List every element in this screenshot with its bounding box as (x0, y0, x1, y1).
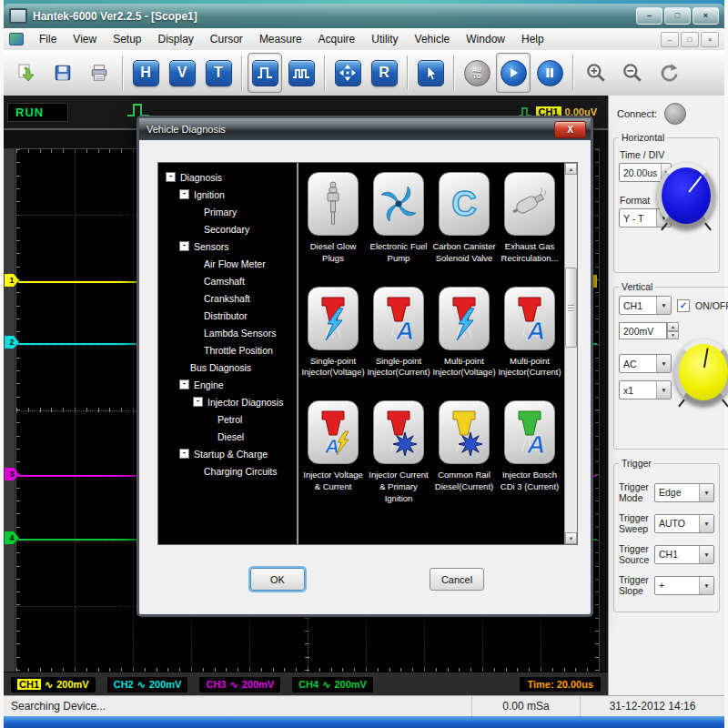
diag-item-single-point-injector-voltage[interactable]: Single-point Injector(Voltage) (300, 287, 366, 379)
collapse-icon[interactable]: - (179, 449, 189, 459)
collapse-icon[interactable]: - (193, 397, 203, 407)
print-button[interactable] (82, 53, 116, 93)
trigger-mode-select[interactable]: Edge▼ (654, 483, 714, 502)
tree-item-bus-diagnosis[interactable]: Bus Diagnosis (160, 359, 295, 376)
diag-item-multi-point-injector-current[interactable]: AMulti-point Injector(Current) (497, 287, 562, 379)
menu-item-window[interactable]: Window (458, 30, 513, 48)
tree-item-secondary[interactable]: Secondary (160, 220, 295, 238)
save-button[interactable] (46, 53, 80, 93)
tree-item-charging-circuits[interactable]: Charging Circuits (160, 462, 295, 480)
tree-item-startup-charge[interactable]: -Startup & Charge (160, 445, 295, 462)
zoom-out-button[interactable] (615, 53, 650, 93)
cursor-button[interactable] (413, 53, 448, 93)
tree-item-lambda-sensors[interactable]: Lambda Sensors (160, 324, 295, 341)
tree-item-petrol[interactable]: Petrol (160, 410, 295, 428)
tree-item-crankshaft[interactable]: Crankshaft (160, 289, 295, 307)
collapse-icon[interactable]: - (179, 241, 189, 251)
chevron-down-icon: ▼ (699, 484, 713, 501)
menu-items: FileViewSetupDisplayCursorMeasureAcquire… (31, 30, 552, 48)
tree-item-air-flow-meter[interactable]: Air Flow Meter (160, 255, 295, 272)
maximize-icon[interactable]: □ (664, 7, 691, 25)
channel-readout-ch3[interactable]: CH3∿200mV (199, 677, 280, 693)
dual-pulse-button[interactable] (284, 53, 318, 93)
collapse-icon[interactable]: - (179, 379, 189, 389)
channel-readout-ch4[interactable]: CH4∿200mV (292, 677, 373, 693)
run-button[interactable] (496, 53, 531, 93)
zoom-in-button[interactable] (579, 53, 613, 93)
horizontal-menu-button[interactable]: H (128, 53, 163, 93)
tree-item-camshaft[interactable]: Camshaft (160, 272, 295, 289)
window-controls: – □ × (636, 7, 719, 25)
trigger-sweep-select[interactable]: AUTO▼ (654, 514, 714, 533)
channel-readout-ch2[interactable]: CH2∿200mV (107, 677, 188, 693)
collapse-icon[interactable]: - (179, 189, 189, 199)
autoset-icon (335, 60, 361, 86)
menu-item-utility[interactable]: Utility (363, 30, 406, 48)
menu-item-setup[interactable]: Setup (105, 30, 149, 48)
channel-select[interactable]: CH1 ▼ (619, 296, 672, 315)
refresh-button[interactable] (652, 53, 686, 93)
auto-button[interactable]: AUTO (460, 53, 494, 93)
tree-item-primary[interactable]: Primary (160, 203, 295, 220)
record-button[interactable]: R (367, 53, 401, 93)
diag-item-diesel-glow-plugs[interactable]: Diesel Glow Plugs (300, 172, 366, 265)
menu-item-measure[interactable]: Measure (251, 30, 310, 48)
tree-item-ignition[interactable]: -Ignition (160, 186, 295, 203)
diag-item-injector-current-primary-ignition[interactable]: Injector Current & Primary Ignition (366, 400, 431, 504)
probe-select[interactable]: x1 ▼ (619, 380, 672, 399)
step-down-icon[interactable]: ▼ (667, 331, 679, 340)
diag-item-injector-bosch-cdi-3-current[interactable]: AInjector Bosch CDi 3 (Current) (497, 400, 562, 504)
diag-item-single-point-injector-current[interactable]: ASingle-point Injector(Current) (366, 287, 431, 379)
minimize-icon[interactable]: – (636, 7, 662, 25)
scroll-down-icon[interactable]: ▼ (565, 532, 577, 544)
vertical-knob[interactable] (674, 339, 728, 405)
scrollbar-thumb[interactable] (565, 268, 577, 348)
child-restore-icon[interactable]: □ (681, 32, 699, 47)
menu-item-vehicle[interactable]: Vehicle (407, 30, 459, 48)
autoset-button[interactable] (330, 53, 365, 93)
scrollbar[interactable]: ▲ ▼ (564, 163, 577, 544)
tree-item-label: Diagnosis (180, 172, 222, 183)
scroll-up-icon[interactable]: ▲ (565, 163, 577, 175)
channel-readout-ch1[interactable]: CH1∿200mV (11, 677, 96, 693)
ok-button[interactable]: OK (250, 568, 305, 591)
menu-item-acquire[interactable]: Acquire (310, 30, 364, 48)
chevron-down-icon: ▼ (656, 297, 671, 314)
diag-item-injector-voltage-current[interactable]: AInjector Voltage & Current (300, 400, 366, 504)
coupling-select[interactable]: AC ▼ (619, 354, 672, 373)
tree-item-distributor[interactable]: Distributor (160, 307, 295, 324)
diag-item-exhaust-gas-recirculation[interactable]: Exhaust Gas Recirculation... (497, 172, 562, 265)
step-up-icon[interactable]: ▲ (667, 322, 679, 331)
cancel-button[interactable]: Cancel (430, 568, 484, 591)
close-icon[interactable]: × (693, 7, 719, 25)
trigger-source-select[interactable]: CH1▼ (654, 545, 714, 564)
child-close-icon[interactable]: × (701, 32, 719, 47)
tree-item-sensors[interactable]: -Sensors (160, 238, 295, 255)
menu-item-help[interactable]: Help (513, 30, 552, 48)
open-button[interactable] (9, 53, 44, 93)
child-minimize-icon[interactable]: – (661, 32, 679, 47)
diag-item-common-rail-diesel-current[interactable]: Common Rail Diesel(Current) (431, 400, 497, 504)
pause-button[interactable] (532, 53, 567, 93)
single-pulse-button[interactable] (248, 53, 282, 93)
trigger-menu-button[interactable]: T (201, 53, 236, 93)
diag-item-multi-point-injector-voltage[interactable]: Multi-point Injector(Voltage) (431, 287, 497, 379)
diag-item-carbon-canister-solenoid-valve[interactable]: CCarbon Canister Solenoid Valve (431, 172, 497, 265)
tree-item-diagnosis[interactable]: -Diagnosis (160, 168, 295, 186)
volts-div-stepper[interactable]: 200mV ▲ ▼ (619, 322, 679, 339)
tree-item-engine[interactable]: -Engine (160, 376, 295, 393)
vertical-menu-button[interactable]: V (165, 53, 199, 93)
trigger-slope-select[interactable]: +▼ (654, 576, 714, 595)
tree-item-injector-diagnosis[interactable]: -Injector Diagnosis (160, 393, 295, 410)
menu-item-view[interactable]: View (65, 30, 105, 48)
dialog-close-icon[interactable]: X (554, 121, 586, 138)
diag-item-electronic-fuel-pump[interactable]: Electronic Fuel Pump (366, 172, 431, 265)
tree-item-diesel[interactable]: Diesel (160, 428, 295, 445)
collapse-icon[interactable]: - (166, 172, 176, 182)
channel-onoff-checkbox[interactable]: ✓ (677, 299, 690, 312)
tree-item-throttle-position[interactable]: Throttle Position (160, 341, 295, 359)
horizontal-knob[interactable] (657, 163, 715, 228)
menu-item-display[interactable]: Display (150, 30, 202, 48)
menu-item-cursor[interactable]: Cursor (202, 30, 251, 48)
menu-item-file[interactable]: File (31, 30, 65, 48)
